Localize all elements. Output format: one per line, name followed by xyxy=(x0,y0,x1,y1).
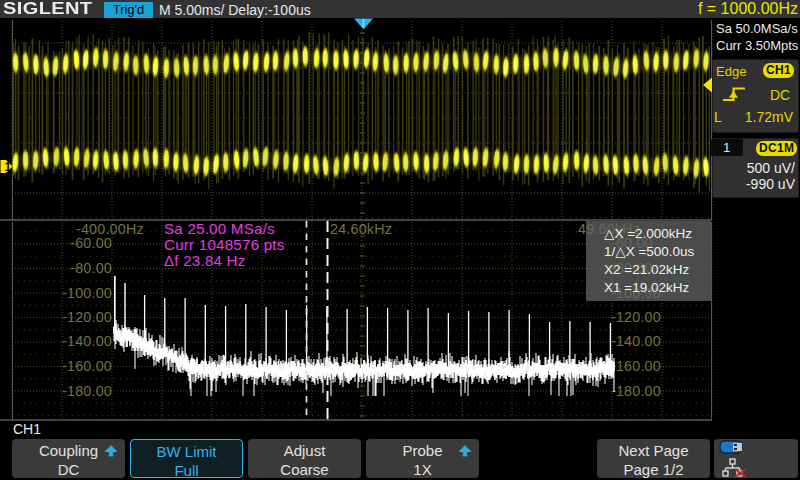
svg-text:-100.00: -100.00 xyxy=(62,285,112,301)
svg-text:-140.00: -140.00 xyxy=(62,333,112,349)
svg-text:-80.00: -80.00 xyxy=(70,260,112,276)
svg-text:1: 1 xyxy=(5,160,12,174)
svg-text:-60.00: -60.00 xyxy=(70,235,112,251)
svg-text:-400.00Hz: -400.00Hz xyxy=(76,221,144,237)
svg-text:-120.00: -120.00 xyxy=(611,309,661,325)
svg-text:-180.00: -180.00 xyxy=(62,383,112,399)
svg-text:-160.00: -160.00 xyxy=(611,358,661,374)
svg-text:-180.00: -180.00 xyxy=(611,383,661,399)
svg-text:-160.00: -160.00 xyxy=(62,358,112,374)
svg-text:-120.00: -120.00 xyxy=(62,309,112,325)
svg-text:-140.00: -140.00 xyxy=(611,333,661,349)
svg-text:24.60kHz: 24.60kHz xyxy=(330,221,392,237)
